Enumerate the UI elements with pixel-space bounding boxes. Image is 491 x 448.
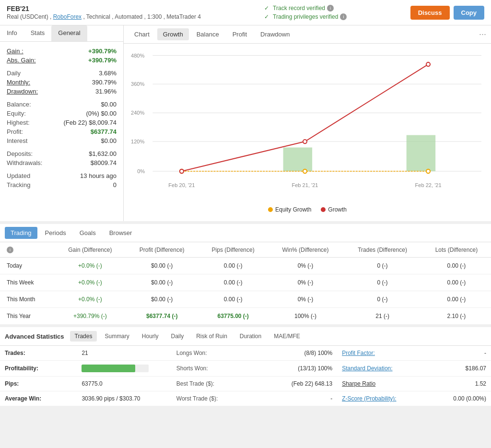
tracking-label: Tracking <box>7 181 30 189</box>
drawdown-value: 31.96% <box>95 88 117 95</box>
profit-year: $6377.74 (-) <box>126 308 199 325</box>
info-icon-2[interactable]: i <box>340 13 347 20</box>
tab-stats[interactable]: Stats <box>24 25 52 41</box>
trading-section: Trading Periods Goals Browser i Gain (Di… <box>0 221 491 324</box>
adv-label2-shortswon: Shorts Won: <box>172 361 260 377</box>
trading-table-header: i Gain (Difference) Profit (Difference) … <box>0 242 491 258</box>
adv-value3-sharpe: 1.52 <box>432 377 491 391</box>
abs-gain-label[interactable]: Abs. Gain: <box>7 57 36 64</box>
trades-month: 0 (-) <box>343 291 422 308</box>
adv-tab-summary[interactable]: Summary <box>100 331 134 342</box>
legend-dot-growth <box>321 207 326 212</box>
th-gain: Gain (Difference) <box>55 242 126 258</box>
adv-tab-risk[interactable]: Risk of Ruin <box>191 331 232 342</box>
svg-point-17 <box>426 169 430 173</box>
adv-row-pips: Pips: 63775.0 Best Trade ($): (Feb 22) 6… <box>0 377 491 391</box>
th-profit: Profit (Difference) <box>126 242 199 258</box>
table-row: Today +0.0% (-) $0.00 (-) 0.00 (-) 0% (-… <box>0 258 491 274</box>
updated-value: 13 hours ago <box>80 172 117 179</box>
header: FEB'21 Real (USDCent) , RoboForex , Tech… <box>0 0 491 25</box>
copy-button[interactable]: Copy <box>454 6 485 20</box>
stat-highest: Highest: (Feb 22) $8,009.74 <box>7 118 117 127</box>
chart-tab-chart[interactable]: Chart <box>129 28 155 40</box>
adv-tab-trades[interactable]: Trades <box>70 331 97 342</box>
chart-more-icon[interactable]: ··· <box>479 29 486 39</box>
adv-label-avgwin: Average Win: <box>0 391 77 406</box>
svg-text:120%: 120% <box>131 139 144 144</box>
svg-rect-14 <box>407 135 435 171</box>
chart-tab-drawdown[interactable]: Drawdown <box>255 28 295 40</box>
chart-tabs: Chart Growth Balance Profit Drawdown ··· <box>124 25 491 44</box>
header-actions: Discuss Copy <box>410 6 484 20</box>
gain-label[interactable]: Gain : <box>7 47 23 55</box>
svg-text:240%: 240% <box>131 110 144 116</box>
th-pips: Pips (Difference) <box>199 242 268 258</box>
adv-value-pips: 63775.0 <box>77 377 171 391</box>
chart-tab-profit[interactable]: Profit <box>227 28 253 40</box>
adv-value3-profitfactor: - <box>432 346 491 361</box>
adv-row-avgwin: Average Win: 3036.90 pips / $303.70 Wors… <box>0 391 491 406</box>
pips-today: 0.00 (-) <box>199 258 268 274</box>
trading-tab-trading[interactable]: Trading <box>5 227 37 239</box>
drawdown-label[interactable]: Drawdown: <box>7 88 38 95</box>
advanced-statistics-section: Advanced Statistics Trades Summary Hourl… <box>0 324 491 406</box>
updated-label: Updated <box>7 172 30 179</box>
discuss-button[interactable]: Discuss <box>410 6 450 20</box>
trades-today: 0 (-) <box>343 258 422 274</box>
gain-year: +390.79% (-) <box>55 308 126 325</box>
stat-tracking: Tracking 0 <box>7 180 117 189</box>
adv-value-trades: 21 <box>77 346 171 361</box>
trading-privileges-verified: ✓ Trading privileges verified i <box>264 13 347 20</box>
header-left: FEB'21 Real (USDCent) , RoboForex , Tech… <box>7 5 201 20</box>
roboforex-link[interactable]: RoboForex <box>53 13 82 20</box>
monthly-label[interactable]: Monthly: <box>7 79 30 86</box>
adv-label3-stddev[interactable]: Standard Deviation: <box>337 361 432 377</box>
adv-label3-sharpe[interactable]: Sharpe Ratio <box>337 377 432 391</box>
win-month: 0% (-) <box>268 291 343 308</box>
chart-tab-balance[interactable]: Balance <box>191 28 225 40</box>
check-icon-2: ✓ <box>264 13 269 20</box>
adv-table: Trades: 21 Longs Won: (8/8) 100% Profit … <box>0 346 491 406</box>
adv-tab-mae[interactable]: MAE/MFE <box>269 331 305 342</box>
adv-label3-profitfactor[interactable]: Profit Factor: <box>337 346 432 361</box>
trading-tab-periods[interactable]: Periods <box>39 227 72 239</box>
profit-label: Profit: <box>7 128 23 135</box>
equity-label: Equity: <box>7 110 26 117</box>
profit-bar <box>82 365 135 372</box>
adv-tab-daily[interactable]: Daily <box>166 331 188 342</box>
stat-gain: Gain : +390.79% <box>7 47 117 56</box>
info-icon-1[interactable]: i <box>327 5 334 12</box>
check-icon-1: ✓ <box>264 5 269 12</box>
pips-week: 0.00 (-) <box>199 274 268 291</box>
tab-info[interactable]: Info <box>0 25 24 41</box>
adv-tab-hourly[interactable]: Hourly <box>137 331 164 342</box>
chart-svg: 480% 360% 240% 120% 0% Feb 20, '21 Feb 2… <box>129 48 486 202</box>
adv-value3-zscore: 0.00 (0.00%) <box>432 391 491 406</box>
table-row: This Year +390.79% (-) $6377.74 (-) 6377… <box>0 308 491 325</box>
stat-daily: Daily 3.68% <box>7 69 117 78</box>
win-week: 0% (-) <box>268 274 343 291</box>
trading-tab-browser[interactable]: Browser <box>104 227 138 239</box>
svg-point-16 <box>303 169 307 173</box>
svg-text:Feb 21, '21: Feb 21, '21 <box>292 182 318 188</box>
stat-interest: Interest $0.00 <box>7 136 117 145</box>
abs-gain-value: +390.79% <box>88 57 117 64</box>
balance-label: Balance: <box>7 101 31 108</box>
adv-label2-besttrade: Best Trade ($): <box>172 377 260 391</box>
table-info-icon[interactable]: i <box>7 247 13 253</box>
adv-label-profitability: Profitability: <box>0 361 77 377</box>
adv-tab-duration[interactable]: Duration <box>235 331 266 342</box>
chart-tab-growth[interactable]: Growth <box>157 28 189 40</box>
stat-drawdown: Drawdown: 31.96% <box>7 87 117 96</box>
svg-text:Feb 20, '21: Feb 20, '21 <box>168 182 195 188</box>
trading-tab-goals[interactable]: Goals <box>74 227 102 239</box>
gain-value: +390.79% <box>88 47 117 55</box>
tab-general[interactable]: General <box>51 25 87 41</box>
interest-value: $0.00 <box>101 137 117 144</box>
gain-month: +0.0% (-) <box>55 291 126 308</box>
withdrawals-value: $8009.74 <box>91 159 117 166</box>
adv-header: Advanced Statistics Trades Summary Hourl… <box>0 327 491 346</box>
highest-label: Highest: <box>7 119 30 126</box>
adv-label2-worsttrade: Worst Trade ($): <box>172 391 260 406</box>
adv-label3-zscore[interactable]: Z-Score (Probability): <box>337 391 432 406</box>
